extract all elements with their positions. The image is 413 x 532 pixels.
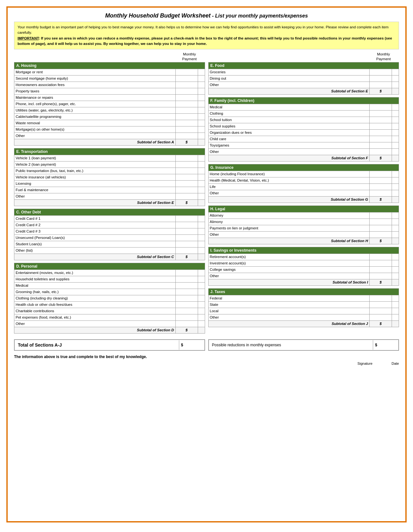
section-a-housing: A. Housing Mortgage or rent Second mortg… — [14, 62, 205, 146]
total-section: Total of Sections A-J $ Possible reducti… — [14, 339, 399, 351]
worksheet-container: Monthly Household Budget Worksheet - Lis… — [6, 6, 407, 522]
total-label: Total of Sections A-J — [15, 340, 179, 350]
signature-row: Signature Date — [14, 362, 399, 365]
insurance-table: G. Insurance Home (including Flood Insur… — [208, 164, 399, 203]
intro-box: Your monthly budget is an important part… — [14, 22, 399, 49]
transport-header-row: E. Transportation — [14, 148, 205, 155]
housing-item-3: Homeowners association fees — [14, 82, 205, 88]
taxes-item-2: State — [208, 301, 399, 308]
legal-subtotal: Subtotal of Section H $ — [208, 238, 399, 244]
transport-item-7: Other — [14, 193, 205, 199]
housing-header-row: A. Housing — [14, 62, 205, 69]
transport-item-3: Public transportation (bus, taxi, train,… — [14, 168, 205, 174]
intro-line1: Your monthly budget is an important part… — [18, 25, 388, 34]
insurance-item-4: Other — [208, 190, 399, 196]
section-h-legal: H. Legal Attorney Alimony Payments on li… — [208, 205, 399, 244]
family-item-3: School tuition — [208, 117, 399, 123]
legal-item-4: Other — [208, 231, 399, 238]
insurance-title: G. Insurance — [208, 164, 399, 171]
housing-item-6: Phone, incl. cell phone(s), pager, etc. — [14, 101, 205, 107]
family-subtotal: Subtotal of Section F $ — [208, 155, 399, 161]
section-i-savings: I. Savings or Investments Retirement acc… — [208, 247, 399, 286]
food-header-row: E. Food — [208, 62, 399, 69]
insurance-header-row: G. Insurance — [208, 164, 399, 171]
taxes-table: J. Taxes Federal State Local Other Subto… — [208, 288, 399, 327]
legal-item-2: Alimony — [208, 219, 399, 225]
total-box-right: Possible reductions in monthly expenses … — [208, 339, 399, 351]
transport-item-4: Vehicle insurance (all vehicles) — [14, 174, 205, 180]
family-item-1: Medical — [208, 104, 399, 110]
food-item-1: Groceries — [208, 69, 399, 75]
family-item-6: Child care — [208, 136, 399, 142]
total-box-left: Total of Sections A-J $ — [14, 339, 205, 351]
debt-item-3: Credit Card # 3 — [14, 228, 205, 234]
personal-item-2: Household toiletries and supplies — [14, 276, 205, 282]
personal-item-3: Medical — [14, 282, 205, 289]
savings-header-row: I. Savings or Investments — [208, 247, 399, 254]
date-label[interactable]: Date — [392, 362, 399, 365]
personal-title: D. Personal — [14, 263, 205, 270]
debt-header-row: C. Other Debt — [14, 209, 205, 215]
debt-subtotal: Subtotal of Section C $ — [14, 254, 205, 260]
section-e-transportation: E. Transportation Vehicle 1 (loan paymen… — [14, 148, 205, 206]
debt-item-5: Student Loan(s) — [14, 241, 205, 247]
housing-table: A. Housing Mortgage or rent Second mortg… — [14, 62, 205, 146]
savings-item-1: Retirement account(s) — [208, 254, 399, 260]
family-item-8: Other — [208, 148, 399, 155]
transport-item-2: Vehicle 2 (loan payment) — [14, 161, 205, 168]
right-monthly-header: MonthlyPayment — [208, 52, 399, 61]
section-f-family: F. Family (incl. Children) Medical Cloth… — [208, 97, 399, 162]
taxes-header-row: J. Taxes — [208, 288, 399, 295]
personal-item-4: Grooming (hair, nails, etc.) — [14, 289, 205, 295]
right-column: E. Food Groceries Dining out Other Subto… — [208, 62, 399, 336]
debt-item-2: Credit Card # 2 — [14, 222, 205, 228]
transport-subtotal: Subtotal of Section E $ — [14, 199, 205, 206]
housing-subtotal: Subtotal of Section A $ — [14, 139, 205, 145]
main-grid: A. Housing Mortgage or rent Second mortg… — [14, 62, 399, 336]
housing-item-1: Mortgage or rent — [14, 69, 205, 75]
transport-item-6: Fuel & maintenance — [14, 187, 205, 193]
column-headers: MonthlyPayment MonthlyPayment — [14, 52, 399, 61]
legal-item-1: Attorney — [208, 212, 399, 219]
housing-item-4: Property taxes — [14, 88, 205, 94]
section-d-personal: D. Personal Entertainment (movies, music… — [14, 263, 205, 334]
personal-item-9: Other — [14, 320, 205, 327]
family-header-row: F. Family (incl. Children) — [208, 97, 399, 104]
important-label: IMPORTANT — [18, 36, 39, 40]
housing-item-8: Cable/satellite programming — [14, 113, 205, 120]
debt-title: C. Other Debt — [14, 209, 205, 215]
savings-item-2: Investment account(s) — [208, 260, 399, 266]
housing-item-9: Waste removal — [14, 120, 205, 126]
important-text: : If you see an area in which you can re… — [18, 36, 392, 46]
signature-label[interactable]: Signature — [358, 362, 372, 365]
title-sub: - List your monthly payments/expenses — [210, 13, 308, 18]
taxes-subtotal: Subtotal of Section J $ — [208, 320, 399, 327]
housing-item-11: Other — [14, 133, 205, 139]
section-g-insurance: G. Insurance Home (including Flood Insur… — [208, 164, 399, 203]
housing-item-7: Utilities (water, gas, electricity, etc.… — [14, 107, 205, 113]
taxes-item-4: Other — [208, 314, 399, 320]
personal-item-1: Entertainment (movies, music, etc.) — [14, 270, 205, 276]
section-e-food: E. Food Groceries Dining out Other Subto… — [208, 62, 399, 95]
family-item-7: Toys/games — [208, 142, 399, 148]
total-dollar[interactable]: $ — [179, 340, 204, 350]
taxes-title: J. Taxes — [208, 288, 399, 295]
section-c-other-debt: C. Other Debt Credit Card # 1 Credit Car… — [14, 209, 205, 260]
reductions-dollar[interactable]: $ — [373, 340, 398, 350]
insurance-subtotal: Subtotal of Section G $ — [208, 196, 399, 203]
transport-item-1: Vehicle 1 (loan payment) — [14, 155, 205, 161]
taxes-item-1: Federal — [208, 295, 399, 301]
other-debt-table: C. Other Debt Credit Card # 1 Credit Car… — [14, 209, 205, 260]
section-j-taxes: J. Taxes Federal State Local Other Subto… — [208, 288, 399, 327]
food-item-2: Dining out — [208, 75, 399, 82]
debt-item-1: Credit Card # 1 — [14, 215, 205, 222]
personal-item-7: Charitable contributions — [14, 308, 205, 314]
transport-title: E. Transportation — [14, 148, 205, 155]
taxes-item-3: Local — [208, 308, 399, 314]
personal-item-5: Clothing (including dry cleaning) — [14, 295, 205, 301]
family-item-4: School supplies — [208, 123, 399, 129]
debt-item-6: Other (list) — [14, 247, 205, 254]
housing-item-10: Mortgage(s) on other home(s) — [14, 126, 205, 133]
savings-item-3: College savings — [208, 266, 399, 273]
food-item-3: Other — [208, 82, 399, 88]
